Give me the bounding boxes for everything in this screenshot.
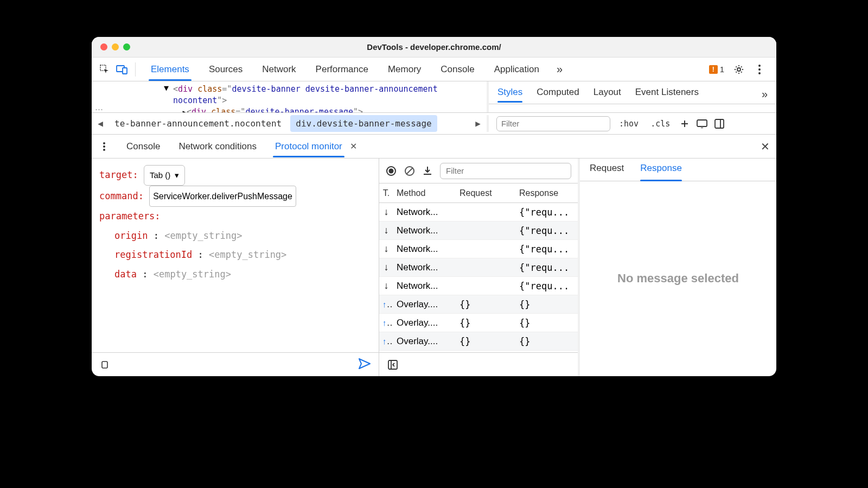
direction-icon: ↑↓ (379, 318, 393, 328)
breadcrumb-row: ◀ te-banner-announcement.nocontent div.d… (92, 113, 776, 135)
param-value[interactable]: <empty_string> (164, 230, 242, 241)
col-method[interactable]: Method (393, 188, 456, 198)
settings-icon[interactable] (733, 64, 745, 75)
tab-application[interactable]: Application (492, 59, 541, 80)
detail-tab-response[interactable]: Response (640, 163, 682, 181)
table-row[interactable]: ↓Network...{"requ... (379, 203, 578, 221)
close-tab-icon[interactable]: ✕ (350, 141, 357, 151)
breadcrumb-prev-icon[interactable]: ◀ (95, 118, 106, 129)
col-response[interactable]: Response (516, 188, 578, 198)
command-form: target: Tab () ▾ command: ServiceWorker.… (92, 159, 379, 352)
table-row[interactable]: ↓Network...{"requ... (379, 277, 578, 295)
param-name: registrationId (114, 249, 192, 260)
close-window-button[interactable] (100, 43, 107, 50)
dom-tree-preview[interactable]: ▼ <div class="devsite-banner devsite-ban… (92, 81, 489, 112)
table-row[interactable]: ↑↓Overlay....{}{} (379, 314, 578, 332)
drawer-tab-protocolmonitor[interactable]: Protocol monitor (273, 137, 344, 156)
close-drawer-icon[interactable]: ✕ (761, 140, 770, 153)
cell-method: Network... (393, 281, 456, 291)
direction-icon: ↓ (379, 262, 393, 273)
new-style-rule-icon[interactable] (679, 118, 691, 130)
computed-styles-icon[interactable] (696, 118, 708, 130)
styles-tabs: Styles Computed Layout Event Listeners » (489, 81, 776, 104)
chevron-down-icon: ▾ (175, 167, 179, 184)
table-header: T. Method Request Response (379, 183, 578, 203)
svg-point-6 (758, 72, 761, 74)
inspect-element-icon[interactable] (97, 62, 112, 77)
kebab-menu-icon[interactable] (754, 64, 765, 75)
tab-sources[interactable]: Sources (207, 59, 245, 80)
table-row[interactable]: ↓Network...{"requ... (379, 221, 578, 240)
cell-method: Overlay.... (393, 299, 456, 310)
col-type[interactable]: T. (379, 188, 393, 198)
cell-method: Network... (393, 225, 456, 236)
cell-response: {} (516, 336, 578, 347)
styles-tab-styles[interactable]: Styles (497, 87, 522, 102)
styles-tab-layout[interactable]: Layout (593, 87, 621, 102)
table-row[interactable]: ↓Network...{"requ... (379, 240, 578, 258)
param-value[interactable]: <empty_string> (209, 249, 286, 260)
tab-elements[interactable]: Elements (149, 59, 192, 80)
message-panel: T. Method Request Response ↓Network...{"… (379, 159, 776, 376)
send-button[interactable] (358, 358, 371, 370)
param-name: origin (114, 230, 148, 241)
svg-rect-7 (697, 120, 707, 126)
drawer-tab-console[interactable]: Console (124, 137, 162, 156)
param-value[interactable]: <empty_string> (154, 269, 231, 280)
device-toolbar-icon[interactable] (114, 62, 130, 77)
breadcrumb-item-selected[interactable]: div.devsite-banner-message (290, 115, 437, 132)
traffic-lights (92, 43, 130, 50)
table-row[interactable]: ↓Network...{"requ... (379, 258, 578, 277)
minimize-window-button[interactable] (112, 43, 119, 50)
detail-tab-request[interactable]: Request (590, 163, 624, 181)
cell-response: {"requ... (516, 225, 578, 236)
tab-memory[interactable]: Memory (386, 59, 423, 80)
table-body[interactable]: ↓Network...{"requ...↓Network...{"requ...… (379, 203, 578, 352)
maximize-window-button[interactable] (123, 43, 130, 50)
cell-method: Overlay.... (393, 336, 456, 347)
detail-panel: Request Response No message selected (580, 159, 776, 376)
command-footer (92, 352, 379, 376)
breadcrumb-trail: ◀ te-banner-announcement.nocontent div.d… (92, 115, 489, 132)
svg-point-16 (389, 168, 394, 173)
svg-point-3 (737, 68, 741, 71)
tab-network[interactable]: Network (260, 59, 298, 80)
message-filter-input[interactable] (440, 163, 571, 179)
styles-tab-eventlisteners[interactable]: Event Listeners (635, 87, 699, 102)
tab-performance[interactable]: Performance (314, 59, 371, 80)
window-title: DevTools - developer.chrome.com/ (92, 42, 776, 52)
copy-icon[interactable] (99, 359, 111, 371)
styles-tab-computed[interactable]: Computed (537, 87, 579, 102)
col-request[interactable]: Request (456, 188, 516, 198)
tab-console[interactable]: Console (438, 59, 476, 80)
clear-icon[interactable] (404, 166, 415, 176)
breadcrumb-next-icon[interactable]: ▶ (473, 118, 483, 129)
target-select[interactable]: Tab () ▾ (144, 165, 185, 186)
record-icon[interactable] (386, 166, 397, 176)
cls-toggle[interactable]: .cls (647, 118, 673, 130)
cell-method: Network... (393, 262, 456, 273)
toggle-sidebar-icon[interactable] (713, 118, 725, 130)
table-row[interactable]: ↑↓Overlay....{}{} (379, 332, 578, 351)
drawer-body: target: Tab () ▾ command: ServiceWorker.… (92, 159, 776, 376)
styles-filter-input[interactable] (496, 116, 610, 131)
hov-toggle[interactable]: :hov (616, 118, 642, 130)
breadcrumb-item[interactable]: te-banner-announcement.nocontent (109, 115, 287, 132)
svg-line-18 (406, 168, 413, 174)
svg-point-4 (758, 65, 761, 67)
drawer-tab-networkconditions[interactable]: Network conditions (176, 137, 259, 156)
cell-method: Overlay.... (393, 318, 456, 328)
styles-more-icon[interactable]: » (762, 88, 768, 100)
issues-badge[interactable]: ! 1 (709, 65, 724, 74)
download-icon[interactable] (423, 166, 432, 176)
more-tabs-icon[interactable]: » (557, 63, 563, 75)
direction-icon: ↓ (379, 280, 393, 291)
command-input[interactable]: ServiceWorker.deliverPushMessage (149, 186, 296, 207)
issues-count: 1 (720, 65, 724, 74)
collapse-panel-icon[interactable] (387, 359, 399, 371)
cell-response: {"requ... (516, 207, 578, 218)
table-row[interactable]: ↑↓Overlay....{}{} (379, 295, 578, 314)
styles-toolbar: :hov .cls (489, 116, 776, 131)
drawer-kebab-icon[interactable] (98, 141, 110, 153)
main-tabs: Elements Sources Network Performance Mem… (141, 59, 707, 80)
